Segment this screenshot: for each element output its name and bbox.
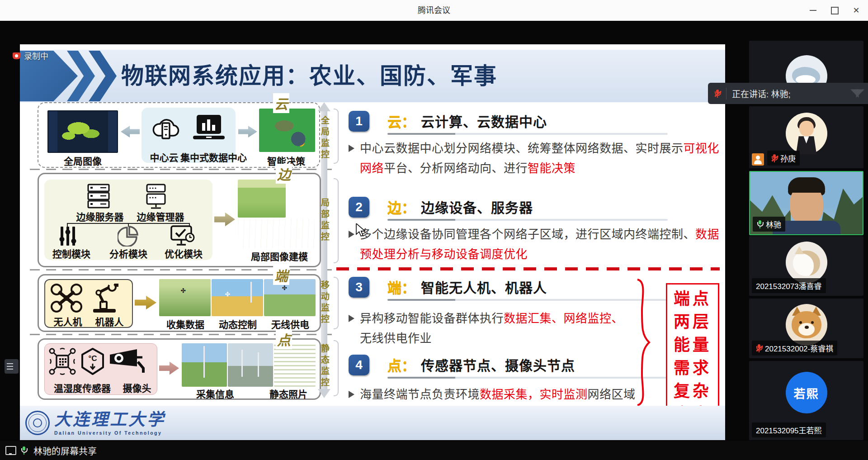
header-underline — [387, 219, 668, 221]
sensor-box: °C 温湿度传感器 摄像头 — [44, 343, 157, 395]
point-2-header: 边： 边缘设备、服务器 — [387, 196, 533, 217]
recording-icon — [13, 52, 20, 59]
close-button[interactable]: ✕ — [852, 6, 861, 15]
dynamic-control-label: 动态控制 — [215, 317, 260, 331]
header-underline — [387, 299, 668, 301]
optimize-module-icon — [170, 225, 195, 247]
sensor-station-image — [228, 343, 273, 387]
minimize-button[interactable] — [808, 6, 817, 15]
data-center-label: 集中式数据中心 — [180, 150, 234, 164]
control-module-label: 控制模块 — [49, 247, 94, 260]
point-2-heading: 边缘设备、服务器 — [421, 197, 533, 217]
point-1-text: 中心云数据中心划分网络模块、统筹整体网络数据、实时展示可视化网络平台、分析网络动… — [360, 138, 724, 178]
window-controls: ✕ — [808, 0, 861, 21]
watermark-icon: ◥◤ — [850, 86, 862, 99]
red-note-row: 两层 — [674, 314, 712, 330]
participant-name: 林驰 — [753, 217, 785, 232]
camera-label: 摄像头 — [119, 381, 155, 394]
wireless-power-label: 无线供电 — [268, 317, 313, 331]
screen-share-icon — [5, 446, 16, 455]
point-1-header: 云： 云计算、云数据中心 — [387, 110, 547, 131]
point-1-number: 1 — [349, 111, 369, 132]
muted-mic-icon — [714, 90, 721, 98]
muted-mic-icon — [771, 154, 778, 162]
cloud-center-box: 中心云 集中式数据中心 — [142, 108, 236, 163]
bullet-arrow-icon — [349, 315, 354, 322]
collect-data-label: 收集数据 — [163, 317, 208, 331]
device-arrow-icon — [135, 294, 156, 312]
row-bracket — [334, 178, 339, 263]
iot-chip-icon — [48, 347, 76, 375]
global-image-label: 全局图像 — [47, 154, 118, 167]
app-titlebar: 腾讯会议 ✕ — [0, 0, 868, 21]
mobile-monitor-label: 移动监控 — [318, 280, 330, 326]
panel-toggle-button[interactable] — [5, 359, 19, 374]
temp-humidity-sensor-label: 温湿度传感器 — [48, 381, 116, 394]
active-mic-icon — [757, 220, 763, 228]
edge-module-box: 边缘服务器 边缘管理器 — [44, 180, 212, 260]
control-module-icon — [58, 227, 78, 246]
point-3-heading: 智能无人机、机器人 — [421, 277, 547, 297]
node-tag: 点 — [276, 329, 292, 349]
share-label: 林驰的屏幕共享 — [33, 444, 97, 457]
paddy-field-image — [238, 180, 286, 218]
participant-tile-panxirui[interactable]: 2021532073潘喜睿 — [749, 236, 863, 296]
red-note-row: 需求 — [674, 360, 712, 376]
cloud-tag: 云 — [273, 93, 289, 113]
cloud-server-icon — [150, 113, 182, 143]
left-arrow-icon — [121, 124, 140, 139]
edge-arrow-icon — [214, 210, 235, 228]
point-4-header: 点： 传感器节点、摄像头节点 — [387, 354, 575, 375]
camera-icon — [109, 348, 151, 375]
participant-tile-cairuiqi[interactable]: 2021532002-蔡睿祺 — [749, 299, 863, 358]
university-emblem-icon — [25, 411, 50, 435]
participant-name: 2021532095王若熙 — [752, 422, 826, 437]
bullet-arrow-icon — [349, 231, 354, 238]
participant-tile-linchi-active[interactable]: 林驰 — [749, 171, 863, 235]
host-role-icon — [752, 153, 764, 166]
participant-tile-sungeng[interactable]: 孙庚 — [749, 106, 863, 168]
maximize-button[interactable] — [830, 6, 839, 15]
edge-layer-box: 边缘服务器 边缘管理器 — [38, 173, 321, 267]
muted-mic-icon — [756, 344, 762, 352]
point-3-header: 端： 智能无人机、机器人 — [387, 276, 547, 297]
avatar — [786, 304, 827, 346]
point-4-text: 海量终端节点负责环境数据采集，实时监测网络区域 — [360, 384, 636, 404]
speaking-notification: 正在讲话: 林驰; ◥◤ — [708, 83, 868, 104]
decision-map-image — [259, 109, 315, 152]
point-1-bullet: 中心云数据中心划分网络模块、统筹整体网络数据、实时展示可视化网络平台、分析网络动… — [349, 138, 724, 178]
mic-icon — [21, 446, 27, 455]
right-arrow-icon — [238, 124, 257, 139]
dynamic-control-image: ✣ — [212, 279, 263, 316]
analysis-module-label: 分析模块 — [106, 247, 151, 260]
header-underline — [387, 377, 668, 379]
edge-server-icon — [86, 183, 111, 209]
share-status-bar: 林驰的屏幕共享 — [0, 441, 868, 460]
robot-arm-icon — [89, 282, 120, 314]
row-bracket — [334, 340, 339, 396]
presentation-slide: 物联网系统应用：农业、国防、军事 全局图像 — [20, 44, 725, 440]
local-monitor-label: 局部监控 — [318, 198, 330, 243]
field-rows-image — [238, 218, 315, 248]
point-3-text: 异构移动智能设备群体执行数据汇集、网络监控、无线供电作业 — [360, 308, 629, 348]
mouse-cursor — [355, 223, 367, 237]
app-title: 腾讯会议 — [0, 0, 868, 21]
drone-icon — [50, 283, 83, 313]
participant-name: 2021532002-蔡睿祺 — [752, 341, 837, 356]
participant-tile-wangruoxi[interactable]: 若熙 2021532095王若熙 — [749, 361, 863, 440]
maximize-icon — [831, 7, 839, 14]
global-dashboard-image — [47, 110, 118, 153]
point-2-key: 边： — [387, 196, 415, 217]
point-3-key: 端： — [387, 276, 415, 297]
point-3-number: 3 — [349, 277, 369, 298]
weather-station-image — [182, 343, 227, 387]
center-cloud-label: 中心云 — [146, 150, 182, 164]
rice-closeup-image — [274, 343, 316, 387]
robot-label: 机器人 — [90, 314, 129, 328]
svg-text:°C: °C — [88, 354, 97, 363]
point-1-key: 云： — [387, 110, 415, 131]
red-dashed-separator — [336, 267, 720, 270]
edge-server-label: 边缘服务器 — [71, 209, 129, 223]
row-bracket — [334, 109, 339, 164]
analysis-module-icon — [118, 226, 138, 247]
